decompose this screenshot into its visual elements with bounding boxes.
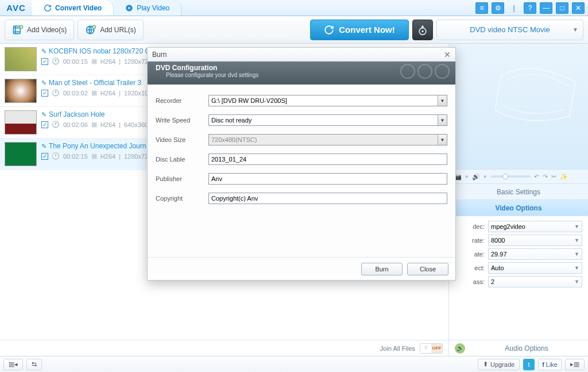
rotate-left-icon[interactable]: ↶ — [534, 173, 539, 181]
film-icon: ▦ — [91, 57, 97, 65]
close-icon[interactable]: ✕ — [572, 2, 585, 14]
checkbox[interactable]: ✓ — [41, 121, 48, 128]
checkbox[interactable]: ✓ — [41, 58, 48, 65]
burn-button[interactable] — [412, 20, 433, 40]
rotate-right-icon[interactable]: ↷ — [543, 173, 548, 181]
add-videos-button[interactable]: Add Video(s) — [5, 20, 74, 40]
window-controls: ≡ ⚙ | ? — □ ✕ — [475, 0, 588, 16]
field-label: Write Speed — [156, 117, 208, 124]
disc-label-input[interactable]: 2013_01_24 — [208, 154, 447, 165]
opt-label: ate: — [455, 251, 485, 258]
globe-plus-icon — [85, 24, 96, 36]
close-button[interactable]: Close — [407, 263, 448, 275]
field-label: Disc Lable — [156, 156, 208, 163]
publisher-input[interactable]: Anv — [208, 173, 447, 185]
dialog-close-button[interactable]: ✕ — [444, 50, 451, 59]
up-arrow-icon: ⬆ — [483, 361, 488, 368]
tab-label: Play Video — [137, 4, 169, 12]
chevron-down-icon: ▼ — [574, 279, 579, 285]
dialog-footer: Burn Close — [148, 257, 455, 280]
chevron-down-icon: ▼ — [438, 95, 447, 106]
file-codec: H264 — [100, 153, 115, 160]
title-bar: AVC Convert Video Play Video ≡ ⚙ | ? — □… — [0, 0, 588, 16]
burn-dialog: Burn ✕ DVD Configuration Please configur… — [147, 47, 456, 281]
minimize-icon[interactable]: — — [540, 2, 552, 14]
join-all-toggle[interactable]: ⠿ OFF — [420, 343, 443, 354]
file-duration: 00:02:15 — [63, 153, 88, 160]
chevron-down-icon: ▼ — [574, 251, 579, 257]
toggle-off-label: OFF — [431, 344, 442, 353]
pencil-icon[interactable]: ✎ — [41, 79, 47, 87]
opt-label: dec: — [455, 223, 485, 230]
video-options-panel: dec:mpeg2video▼ rate:8000▼ ate:29.97▼ ec… — [449, 216, 588, 292]
pass-select[interactable]: 2▼ — [488, 276, 582, 287]
checkbox[interactable]: ✓ — [41, 153, 48, 160]
layout-right-button[interactable]: ▸▥ — [565, 359, 585, 370]
button-label: Add Video(s) — [27, 26, 67, 34]
button-label: Convert Now! — [339, 25, 395, 34]
clock-icon: 🕐 — [52, 121, 60, 128]
framerate-select[interactable]: 29.97▼ — [488, 248, 582, 260]
dialog-banner: DVD Configuration Please configurate you… — [148, 62, 455, 85]
file-title: Surf Jackson Hole — [49, 110, 105, 118]
toolbar: Add Video(s) Add URL(s) Convert Now! DVD… — [0, 16, 588, 44]
pencil-icon[interactable]: ✎ — [41, 48, 47, 55]
chevron-down-icon: ▼ — [574, 237, 579, 243]
status-bar: ▥◂ ⇆ ⬆Upgrade t fLike ▸▥ — [0, 356, 588, 372]
file-resolution: 640x360 — [124, 121, 148, 128]
recorder-select[interactable]: G:\ [DVD RW DRU-V200S]▼ — [208, 95, 447, 106]
field-label: Recorder — [156, 97, 208, 104]
field-label: Video Size — [156, 136, 208, 143]
file-title: KOCBFN IOS nobar 1280x720 Q — [49, 47, 150, 55]
menu-icon[interactable]: ≡ — [475, 2, 488, 14]
add-urls-button[interactable]: Add URL(s) — [78, 20, 144, 40]
pencil-icon[interactable]: ✎ — [41, 143, 47, 150]
file-codec: H264 — [100, 58, 115, 65]
clock-icon: 🕐 — [52, 152, 60, 160]
tab-basic-settings[interactable]: Basic Settings — [449, 184, 588, 200]
app-logo: AVC — [0, 0, 32, 16]
gear-icon[interactable]: ⚙ — [492, 2, 504, 14]
film-icon: ▦ — [91, 121, 97, 128]
maximize-icon[interactable]: □ — [556, 2, 568, 14]
video-size-select: 720x480(NTSC)▼ — [208, 134, 447, 145]
clock-icon: 🕐 — [52, 57, 60, 65]
copyright-input[interactable]: Copyright(c) Anv — [208, 193, 447, 204]
pencil-icon[interactable]: ✎ — [41, 111, 47, 118]
video-codec-select[interactable]: mpeg2video▼ — [488, 221, 582, 232]
dialog-title: Burn — [152, 51, 167, 59]
speaker-icon: 🔊 — [455, 343, 465, 354]
layout-switch-button[interactable]: ⇆ — [26, 359, 42, 370]
field-label: Copyright — [156, 195, 208, 202]
bitrate-select[interactable]: 8000▼ — [488, 235, 582, 246]
facebook-like-button[interactable]: fLike — [538, 359, 562, 370]
preview-area — [449, 44, 588, 169]
chevron-down-icon: ▼ — [572, 26, 578, 33]
aspect-select[interactable]: Auto▼ — [488, 262, 582, 274]
write-speed-select[interactable]: Disc not ready▼ — [208, 114, 447, 126]
tab-audio-options[interactable]: 🔊 Audio Options — [449, 340, 588, 356]
volume-slider[interactable] — [490, 175, 531, 178]
help-icon[interactable]: ? — [524, 2, 536, 14]
file-title: The Pony An Unexpected Journ — [49, 142, 146, 150]
volume-icon[interactable]: 🔊 — [472, 173, 480, 181]
twitter-button[interactable]: t — [523, 359, 535, 370]
burn-confirm-button[interactable]: Burn — [361, 263, 403, 275]
upgrade-button[interactable]: ⬆Upgrade — [478, 359, 520, 370]
output-profile-select[interactable]: DVD video NTSC Movie ▼ — [436, 20, 583, 40]
tab-convert-video[interactable]: Convert Video — [32, 0, 114, 16]
tab-play-video[interactable]: Play Video — [114, 0, 181, 16]
refresh-icon — [324, 25, 334, 35]
checkbox[interactable]: ✓ — [41, 90, 48, 97]
scissors-icon[interactable]: ✂ — [551, 173, 556, 181]
file-duration: 00:03:02 — [63, 90, 88, 97]
toggle-on-icon: ⠿ — [420, 344, 431, 353]
chevron-down-icon: ▼ — [438, 115, 447, 125]
layout-left-button[interactable]: ▥◂ — [3, 359, 23, 370]
wand-icon[interactable]: ✨ — [560, 173, 568, 181]
file-duration: 00:02:06 — [63, 121, 88, 128]
convert-now-button[interactable]: Convert Now! — [310, 20, 409, 40]
file-title: Man of Steel - Official Trailer 3 — [49, 79, 141, 87]
tab-video-options[interactable]: Video Options — [449, 200, 588, 216]
filmstrip-decoration-icon — [495, 64, 581, 133]
